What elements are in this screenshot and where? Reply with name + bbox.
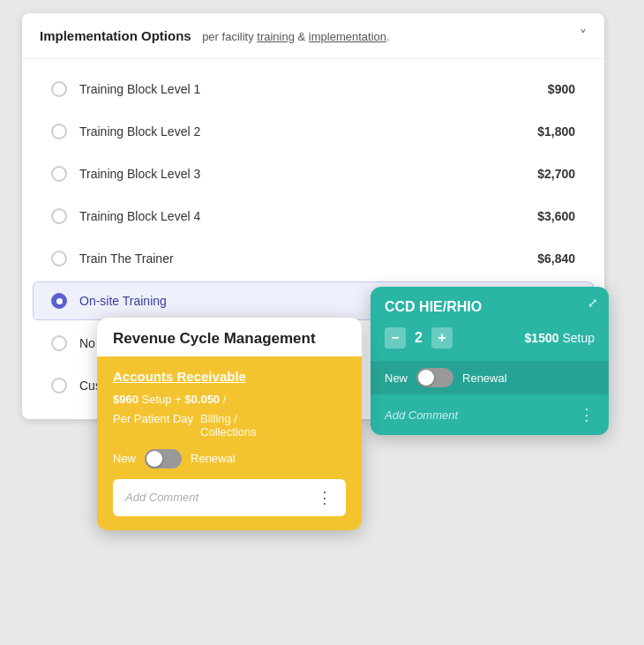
ccd-counter: − 2 + xyxy=(385,327,453,349)
rcm-toggle-switch[interactable] xyxy=(145,449,182,469)
radio-button[interactable] xyxy=(51,378,67,394)
option-left: Training Block Level 1 xyxy=(51,81,200,97)
ccd-title: CCD HIE/RHIO xyxy=(385,299,595,315)
rcm-title: Revenue Cycle Management xyxy=(113,330,316,347)
panel-subtitle: per facility training & implementation. xyxy=(202,30,389,43)
option-row[interactable]: Training Block Level 1 $900 xyxy=(33,70,594,109)
option-row[interactable]: Training Block Level 3 $2,700 xyxy=(33,154,594,193)
panel-header-content: Implementation Options per facility trai… xyxy=(40,28,390,44)
option-label: Training Block Level 2 xyxy=(79,124,200,139)
rcm-card-header: Revenue Cycle Management xyxy=(97,318,362,356)
rcm-collections-label: Billing / Collections xyxy=(200,412,257,439)
option-left: Training Block Level 4 xyxy=(51,208,200,224)
option-price: $6,840 xyxy=(537,251,575,266)
radio-button[interactable] xyxy=(51,208,67,224)
rcm-comment-row[interactable]: Add Comment ⋮ xyxy=(113,479,346,516)
panel-title: Implementation Options xyxy=(40,28,191,43)
rcm-toggle-new-label: New xyxy=(113,452,136,465)
radio-button[interactable] xyxy=(51,124,67,139)
ccd-more-icon[interactable]: ⋮ xyxy=(579,405,595,424)
radio-button[interactable] xyxy=(51,81,67,97)
ccd-comment-row[interactable]: Add Comment ⋮ xyxy=(371,394,609,435)
ccd-price-strong: $1500 xyxy=(525,331,559,345)
rcm-billing-label: Per Patient Day xyxy=(113,412,193,439)
rcm-card: Revenue Cycle Management ⤢ Accounts Rece… xyxy=(97,318,362,530)
ccd-comment-placeholder: Add Comment xyxy=(385,409,458,422)
radio-button[interactable] xyxy=(51,166,67,182)
option-label: Training Block Level 3 xyxy=(79,167,200,181)
option-left: On-site Training xyxy=(51,293,167,309)
rcm-per-patient-price: $0.050 xyxy=(184,393,220,406)
ccd-counter-value: 2 xyxy=(415,330,423,346)
expand-icon[interactable]: ⤢ xyxy=(341,326,351,341)
ccd-setup-price: $1500 Setup xyxy=(525,331,595,345)
option-left: Train The Trainer xyxy=(51,251,174,266)
option-row[interactable]: Training Block Level 4 $3,600 xyxy=(33,197,594,236)
rcm-toggle-row: New Renewal xyxy=(113,449,346,469)
radio-button[interactable] xyxy=(51,251,67,266)
option-price: $900 xyxy=(548,82,575,96)
option-row[interactable]: Train The Trainer $6,840 xyxy=(33,239,594,278)
option-row[interactable]: Training Block Level 2 $1,800 xyxy=(33,112,594,151)
rcm-pricing-labels: Per Patient Day Billing / Collections xyxy=(113,412,346,439)
radio-button-checked[interactable] xyxy=(51,293,67,309)
accounts-receivable-title: Accounts Receivable xyxy=(113,369,346,384)
rcm-comment-placeholder: Add Comment xyxy=(125,491,198,504)
option-price: $2,700 xyxy=(537,167,575,181)
rcm-toggle-renewal-label: Renewal xyxy=(191,452,236,465)
option-label: Train The Trainer xyxy=(79,251,174,266)
rcm-more-icon[interactable]: ⋮ xyxy=(317,488,333,507)
option-price: $1,800 xyxy=(537,124,575,139)
option-label: Training Block Level 4 xyxy=(79,209,200,223)
option-label: Training Block Level 1 xyxy=(79,82,200,96)
ccd-decrement-button[interactable]: − xyxy=(385,327,406,349)
ccd-card: CCD HIE/RHIO ⤢ − 2 + $1500 Setup New Ren… xyxy=(371,287,609,435)
chevron-down-icon[interactable]: ˅ xyxy=(580,27,587,44)
ccd-expand-icon[interactable]: ⤢ xyxy=(588,296,598,310)
ccd-toggle-row: New Renewal xyxy=(371,361,609,394)
ccd-toggle-new-label: New xyxy=(385,371,408,385)
ccd-toggle-switch[interactable] xyxy=(416,368,453,387)
ccd-price-row: − 2 + $1500 Setup xyxy=(371,327,609,361)
panel-header: Implementation Options per facility trai… xyxy=(22,13,604,59)
ccd-toggle-renewal-label: Renewal xyxy=(462,371,507,385)
radio-button[interactable] xyxy=(51,335,67,351)
ccd-increment-button[interactable]: + xyxy=(431,327,453,349)
rcm-card-body: ⤢ Accounts Receivable $960 Setup + $0.05… xyxy=(97,356,362,530)
option-price: $3,600 xyxy=(537,209,575,223)
ccd-card-header: CCD HIE/RHIO ⤢ xyxy=(371,287,609,327)
option-left: Training Block Level 2 xyxy=(51,124,200,139)
option-label: On-site Training xyxy=(79,294,167,308)
rcm-setup-price: $960 xyxy=(113,393,139,406)
rcm-pricing-line1: $960 Setup + $0.050 / xyxy=(113,391,346,409)
option-left: Training Block Level 3 xyxy=(51,166,200,182)
